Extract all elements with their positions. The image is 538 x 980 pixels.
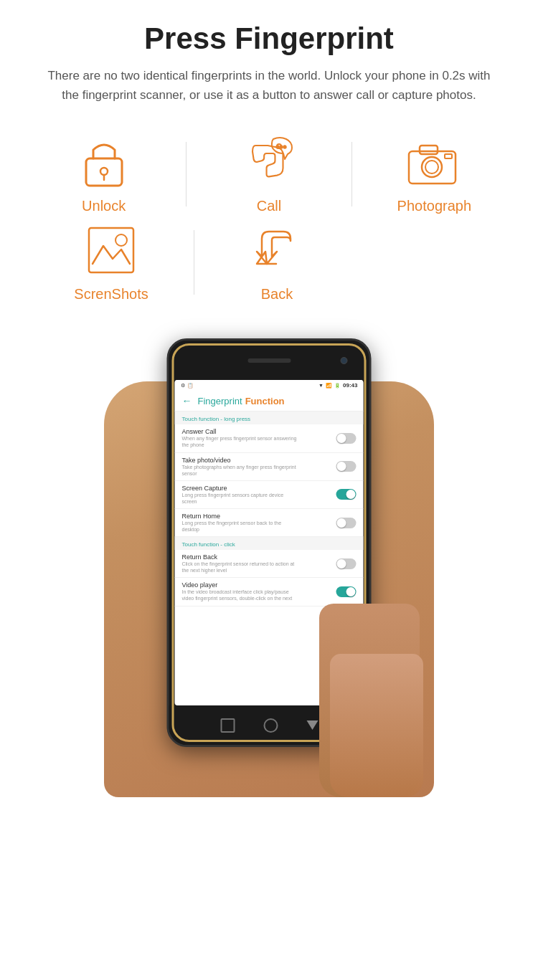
setting-return-back-desc: Click on the fingerprint sensor returned… [182,561,297,574]
section-label-2: Touch function - click [175,537,364,550]
status-time: 09:43 [343,382,357,389]
svg-rect-11 [445,154,452,158]
section-label-1: Touch function - long press [175,411,364,424]
setting-answer-call-text: Answer Call When any finger press finger… [182,428,297,448]
setting-answer-call-name: Answer Call [182,428,297,435]
camera-icon [405,133,463,191]
nav-triangle[interactable] [306,720,318,730]
setting-return-home-name: Return Home [182,513,297,520]
svg-rect-7 [409,151,456,184]
setting-take-photo: Take photo/video Take photographs when a… [175,453,364,481]
svg-rect-0 [86,158,122,186]
header-section: Press Fingerprint There are no two ident… [0,0,538,119]
setting-video-player-text: Video player In the video broadcast inte… [182,581,297,601]
screen-content: Touch function - long press Answer Call … [175,411,364,606]
phone-icon [240,133,298,191]
setting-video-player-desc: In the video broadcast interface click p… [182,589,297,601]
unlock-label: Unlock [82,198,126,214]
phone-top-bar [169,341,369,380]
setting-return-home: Return Home Long press the fingerprint s… [175,509,364,537]
svg-point-5 [280,146,282,148]
toggle-answer-call[interactable] [336,433,357,444]
toggle-take-photo[interactable] [336,461,357,472]
icon-item-screenshots: ScrenShots [43,222,179,303]
svg-point-6 [283,146,285,148]
setting-return-back: Return Back Click on the fingerprint sen… [175,550,364,578]
setting-answer-call-desc: When any finger press fingerprint sensor… [182,435,297,448]
setting-take-photo-text: Take photo/video Take photographs when a… [182,457,297,477]
setting-return-home-desc: Long press the fingerprint sensor back t… [182,520,297,533]
setting-return-home-text: Return Home Long press the fingerprint s… [182,513,297,533]
svg-point-10 [425,161,438,173]
screen-title-fingerprint: Fingerprint [198,396,242,406]
toggle-video-player[interactable] [336,586,357,597]
divider-3 [194,230,194,295]
setting-screen-capture-text: Screen Capture Long press fingerprint se… [182,485,297,505]
toggle-screen-capture[interactable] [336,489,357,500]
screenshots-label: ScrenShots [74,286,148,303]
setting-return-back-name: Return Back [182,553,297,561]
lock-icon [75,133,133,191]
setting-take-photo-desc: Take photographs when any finger press f… [182,464,297,477]
icon-item-photograph: Photograph [352,133,516,214]
setting-return-back-text: Return Back Click on the fingerprint sen… [182,553,297,574]
back-label: Back [261,286,293,303]
setting-screen-capture: Screen Capture Long press fingerprint se… [175,481,364,509]
setting-screen-capture-name: Screen Capture [182,485,297,492]
nav-square[interactable] [220,718,235,733]
back-arrow-icon [248,222,306,279]
nav-circle[interactable] [263,718,278,733]
toggle-return-back[interactable] [336,558,357,569]
toggle-return-home[interactable] [336,518,357,528]
call-label: Call [257,198,281,214]
icons-row-2: ScrenShots Back [43,222,516,303]
svg-rect-8 [420,146,438,154]
icon-item-call: Call [187,133,351,214]
svg-rect-12 [89,228,133,272]
svg-point-1 [100,168,108,175]
status-bar: ⚙ 📋 ▼ 📶 🔋 09:43 [175,380,364,391]
icons-section: Unlock Call [0,119,538,317]
hand-phone-container: ⚙ 📋 ▼ 📶 🔋 09:43 ← Fingerprint Function [104,338,434,797]
svg-point-13 [115,234,127,246]
setting-answer-call: Answer Call When any finger press finger… [175,424,364,452]
screen-header: ← Fingerprint Function [175,391,364,411]
phone-camera [341,357,348,364]
setting-video-player: Video player In the video broadcast inte… [175,578,364,606]
phone-speaker [247,358,291,363]
image-icon [82,222,140,279]
page-subtitle: There are no two identical fingerprints … [43,66,495,105]
back-arrow: ← [182,395,192,406]
setting-video-player-name: Video player [182,581,297,589]
photograph-label: Photograph [397,198,471,214]
screen-title-function: Function [245,396,285,406]
setting-screen-capture-desc: Long press fingerprint sensors capture d… [182,492,297,505]
setting-take-photo-name: Take photo/video [182,457,297,464]
icons-row-1: Unlock Call [22,133,516,214]
icon-item-back: Back [209,222,345,303]
svg-point-4 [276,146,278,148]
icon-item-unlock: Unlock [22,133,186,214]
page-title: Press Fingerprint [43,22,495,56]
phone-section: ⚙ 📋 ▼ 📶 🔋 09:43 ← Fingerprint Function [0,317,538,819]
